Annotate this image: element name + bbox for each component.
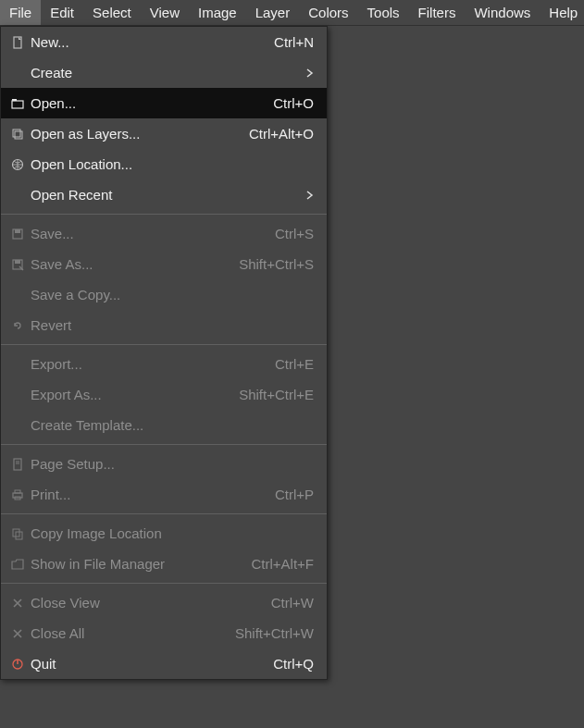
- save-as-icon: [8, 258, 27, 271]
- menu-item-revert: Revert: [1, 310, 327, 340]
- menu-item-save: Save...Ctrl+S: [1, 218, 327, 249]
- open-icon: [8, 97, 27, 110]
- menu-file[interactable]: File: [0, 0, 41, 25]
- menu-item-close-view: Close ViewCtrl+W: [1, 587, 327, 618]
- menu-item-label: Open Location...: [27, 156, 314, 172]
- menu-item-shortcut: Ctrl+W: [271, 595, 314, 611]
- menu-item-shortcut: Ctrl+E: [275, 356, 314, 372]
- menu-colors[interactable]: Colors: [299, 0, 357, 25]
- close-icon: [8, 627, 27, 640]
- chevron-right-icon: [301, 68, 314, 78]
- menu-item-save-as: Save As...Shift+Ctrl+S: [1, 249, 327, 279]
- menu-item-shortcut: Ctrl+N: [274, 34, 314, 50]
- menu-edit[interactable]: Edit: [41, 0, 83, 25]
- menu-item-label: Revert: [27, 317, 314, 333]
- menu-item-label: Page Setup...: [27, 456, 314, 472]
- menu-item-label: Export As...: [27, 387, 239, 402]
- menu-item-save-a-copy: Save a Copy...: [1, 279, 327, 310]
- menu-separator: [1, 513, 327, 514]
- print-icon: [8, 488, 27, 501]
- menu-item-new[interactable]: New...Ctrl+N: [1, 27, 327, 57]
- layers-icon: [8, 128, 27, 141]
- globe-icon: [8, 158, 27, 171]
- file-dropdown: New...Ctrl+NCreateOpen...Ctrl+OOpen as L…: [0, 26, 328, 680]
- chevron-right-icon: [301, 191, 314, 200]
- menu-item-shortcut: Ctrl+S: [275, 226, 314, 241]
- menu-item-copy-image-location: Copy Image Location: [1, 518, 327, 549]
- menu-item-shortcut: Ctrl+Q: [273, 656, 314, 672]
- menu-help[interactable]: Help: [540, 0, 584, 25]
- menu-item-shortcut: Ctrl+Alt+F: [251, 556, 314, 572]
- menu-item-create-template: Create Template...: [1, 410, 327, 440]
- menu-item-shortcut: Shift+Ctrl+E: [239, 387, 314, 402]
- menu-item-label: Open as Layers...: [27, 126, 249, 142]
- menu-item-label: Close View: [27, 595, 271, 611]
- menu-separator: [1, 214, 327, 215]
- revert-icon: [8, 319, 27, 332]
- menu-filters[interactable]: Filters: [409, 0, 466, 25]
- menu-item-label: Copy Image Location: [27, 525, 314, 541]
- menu-item-print: Print...Ctrl+P: [1, 479, 327, 510]
- menu-item-open-location[interactable]: Open Location...: [1, 149, 327, 179]
- menu-item-label: New...: [27, 34, 274, 50]
- menubar: File Edit Select View Image Layer Colors…: [0, 0, 584, 26]
- menu-item-create[interactable]: Create: [1, 57, 327, 88]
- menu-item-quit[interactable]: QuitCtrl+Q: [1, 648, 327, 679]
- menu-item-label: Create Template...: [27, 417, 314, 433]
- menu-item-open-recent[interactable]: Open Recent: [1, 179, 327, 210]
- menu-item-label: Save...: [27, 226, 275, 241]
- menu-separator: [1, 444, 327, 445]
- menu-item-shortcut: Shift+Ctrl+S: [239, 256, 314, 272]
- menu-item-label: Create: [27, 65, 301, 80]
- menu-tools[interactable]: Tools: [358, 0, 409, 25]
- folder-icon: [8, 558, 27, 571]
- menu-image[interactable]: Image: [189, 0, 246, 25]
- menu-item-label: Close All: [27, 625, 235, 641]
- menu-item-shortcut: Shift+Ctrl+W: [235, 625, 314, 641]
- menu-item-label: Export...: [27, 356, 275, 372]
- page-setup-icon: [8, 458, 27, 471]
- copy-icon: [8, 527, 27, 540]
- menu-item-export: Export...Ctrl+E: [1, 349, 327, 379]
- menu-item-page-setup: Page Setup...: [1, 449, 327, 479]
- menu-item-shortcut: Ctrl+P: [275, 487, 314, 502]
- menu-item-close-all: Close AllShift+Ctrl+W: [1, 618, 327, 648]
- menu-item-label: Save As...: [27, 256, 239, 272]
- save-icon: [8, 228, 27, 241]
- menu-item-open-as-layers[interactable]: Open as Layers...Ctrl+Alt+O: [1, 118, 327, 149]
- menu-item-label: Quit: [27, 656, 273, 672]
- quit-icon: [8, 658, 27, 671]
- menu-item-export-as: Export As...Shift+Ctrl+E: [1, 379, 327, 410]
- menu-item-label: Show in File Manager: [27, 556, 251, 572]
- menu-item-label: Open Recent: [27, 187, 301, 203]
- menu-item-label: Save a Copy...: [27, 287, 314, 302]
- menu-windows[interactable]: Windows: [465, 0, 540, 25]
- menu-layer[interactable]: Layer: [246, 0, 300, 25]
- menu-view[interactable]: View: [141, 0, 189, 25]
- menu-item-label: Open...: [27, 95, 273, 111]
- close-icon: [8, 597, 27, 610]
- menu-item-label: Print...: [27, 487, 275, 502]
- file-new-icon: [8, 36, 27, 49]
- menu-separator: [1, 344, 327, 345]
- menu-item-shortcut: Ctrl+O: [273, 95, 314, 111]
- menu-select[interactable]: Select: [83, 0, 141, 25]
- menu-item-show-in-file-manager: Show in File ManagerCtrl+Alt+F: [1, 549, 327, 579]
- menu-item-shortcut: Ctrl+Alt+O: [249, 126, 314, 142]
- menu-item-open[interactable]: Open...Ctrl+O: [1, 88, 327, 118]
- menu-separator: [1, 583, 327, 584]
